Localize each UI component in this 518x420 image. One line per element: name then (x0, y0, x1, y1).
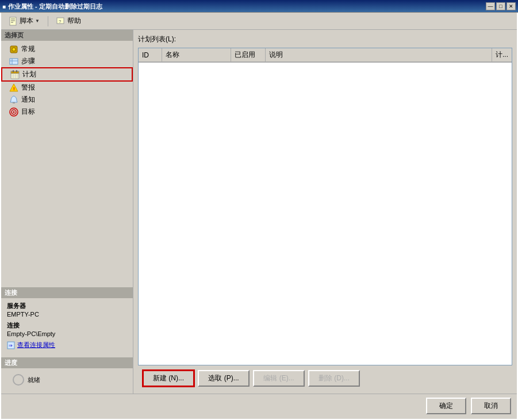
cancel-button[interactable]: 取消 (471, 398, 511, 414)
link-icon: ⇒ (7, 341, 15, 349)
sidebar-item-general-label: 常规 (21, 44, 35, 54)
server-value: EMPTY-PC (7, 311, 127, 318)
sidebar-item-target-label: 目标 (21, 107, 35, 117)
title-controls: — □ ✕ (486, 2, 516, 10)
help-label: 帮助 (67, 16, 81, 26)
steps-icon (9, 57, 18, 66)
sidebar-item-general[interactable]: 常规 (1, 43, 133, 55)
target-icon (9, 107, 18, 117)
sidebar-header: 选择页 (1, 30, 133, 41)
main-panel: 计划列表(L): ID 名称 已启用 说明 计... (133, 30, 517, 394)
col-enabled[interactable]: 已启用 (231, 48, 265, 62)
notify-icon (9, 95, 18, 105)
sidebar-item-schedule[interactable]: 计划 (1, 67, 133, 82)
minimize-button[interactable]: — (486, 2, 495, 10)
progress-header: 进度 (1, 357, 133, 368)
col-extra[interactable]: 计... (492, 48, 512, 62)
close-button[interactable]: ✕ (507, 2, 516, 10)
progress-section: 进度 就绪 (1, 355, 133, 394)
dialog-footer: 确定 取消 (1, 394, 517, 419)
svg-rect-22 (13, 102, 15, 103)
svg-rect-14 (16, 70, 17, 72)
svg-rect-12 (11, 71, 19, 74)
svg-point-25 (13, 111, 15, 113)
col-desc[interactable]: 说明 (265, 48, 492, 62)
svg-text:!: ! (13, 86, 15, 91)
window-title: 作业属性 - 定期自动删除过期日志 (8, 2, 102, 11)
sidebar-item-steps-label: 步骤 (21, 56, 35, 66)
title-bar: ■ 作业属性 - 定期自动删除过期日志 — □ ✕ (0, 0, 518, 13)
pick-button[interactable]: 选取 (P)... (198, 370, 250, 387)
connection-header: 连接 (1, 287, 133, 298)
edit-button[interactable]: 编辑 (E)... (253, 370, 305, 387)
help-icon: ? (56, 17, 66, 26)
view-connection-link[interactable]: ⇒ 查看连接属性 (7, 341, 127, 349)
sidebar: 选择页 常规 (1, 30, 133, 394)
schedule-table-content: ID 名称 已启用 说明 计... (139, 48, 512, 63)
schedule-icon (10, 70, 20, 79)
sidebar-item-alert-label: 警报 (21, 83, 35, 93)
server-label: 服务器 (7, 302, 127, 310)
connection-value: Empty-PC\Empty (7, 330, 127, 337)
maximize-button[interactable]: □ (496, 2, 505, 10)
svg-rect-13 (13, 70, 14, 72)
schedule-table[interactable]: ID 名称 已启用 说明 计... (138, 48, 512, 365)
sidebar-item-notify[interactable]: 通知 (1, 94, 133, 106)
progress-circle (13, 374, 24, 386)
view-connection-label: 查看连接属性 (17, 341, 55, 349)
new-button[interactable]: 新建 (N)... (143, 370, 194, 387)
svg-point-7 (12, 48, 16, 51)
panel-title: 计划列表(L): (138, 34, 512, 44)
content-area: 选择页 常规 (1, 30, 517, 394)
dialog: 脚本 ▼ ? 帮助 选择页 (0, 13, 518, 420)
connection-section: 连接 服务器 EMPTY-PC 连接 Empty-PC\Empty ⇒ 查看连接… (1, 285, 133, 355)
sidebar-nav: 常规 步骤 (1, 41, 133, 120)
title-bar-icon: ■ (2, 3, 6, 10)
alert-icon: ! (9, 83, 18, 93)
connection-content: 服务器 EMPTY-PC 连接 Empty-PC\Empty ⇒ 查看连接属性 (1, 298, 133, 353)
sidebar-item-target[interactable]: 目标 (1, 106, 133, 118)
progress-status: 就绪 (7, 372, 127, 388)
col-name[interactable]: 名称 (162, 48, 231, 62)
svg-rect-8 (10, 59, 18, 64)
sidebar-item-notify-label: 通知 (21, 95, 35, 105)
title-bar-text: ■ 作业属性 - 定期自动删除过期日志 (2, 2, 102, 11)
delete-button[interactable]: 删除 (D)... (308, 370, 360, 387)
progress-status-text: 就绪 (28, 376, 40, 384)
help-button[interactable]: ? 帮助 (52, 14, 85, 28)
script-icon (9, 17, 18, 26)
svg-text:?: ? (59, 19, 62, 24)
ok-button[interactable]: 确定 (426, 398, 466, 414)
script-dropdown-arrow: ▼ (35, 18, 40, 24)
sidebar-item-steps[interactable]: 步骤 (1, 55, 133, 67)
svg-text:⇒: ⇒ (9, 343, 13, 348)
toolbar-separator (48, 16, 48, 26)
script-button[interactable]: 脚本 ▼ (5, 14, 44, 28)
col-id[interactable]: ID (139, 48, 162, 62)
toolbar: 脚本 ▼ ? 帮助 (1, 13, 517, 30)
svg-rect-0 (10, 17, 16, 25)
connection-label: 连接 (7, 321, 127, 330)
sidebar-item-alert[interactable]: ! 警报 (1, 82, 133, 94)
script-label: 脚本 (20, 16, 33, 26)
table-header-row: ID 名称 已启用 说明 计... (139, 48, 512, 62)
general-icon (9, 45, 18, 54)
progress-content: 就绪 (1, 368, 133, 391)
sidebar-item-schedule-label: 计划 (22, 70, 36, 79)
action-buttons: 新建 (N)... 选取 (P)... 编辑 (E)... 删除 (D)... (138, 365, 512, 389)
sidebar-spacer (1, 120, 133, 285)
